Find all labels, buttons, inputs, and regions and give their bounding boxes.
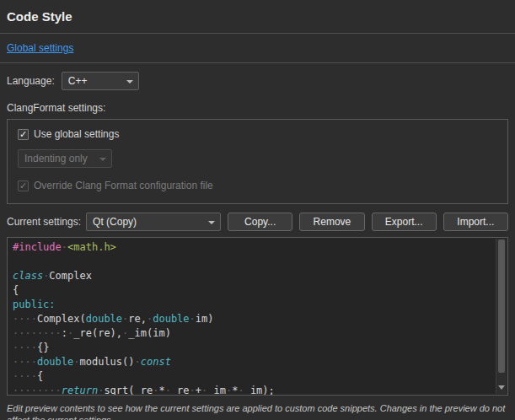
clangformat-groupbox: Use global settings Indenting only Overr…: [7, 119, 508, 204]
code-line: ····{: [13, 369, 496, 384]
triangle-down-icon: [498, 385, 505, 390]
vertical-scrollbar[interactable]: [496, 239, 507, 394]
chevron-down-icon: [208, 221, 215, 224]
code-line: ········return·sqrt(_re·*·_re·+·_im·*·_i…: [13, 384, 496, 395]
code-line: class·Complex: [13, 269, 496, 283]
code-preview-editor[interactable]: #include·<math.h> class·Complex{public:·…: [7, 237, 508, 396]
scroll-down-button[interactable]: [496, 382, 507, 393]
code-line: ····double·modulus()·const: [13, 355, 496, 369]
export-button[interactable]: Export...: [372, 213, 437, 231]
indenting-mode-value: Indenting only: [24, 153, 88, 164]
indenting-mode-select: Indenting only: [18, 149, 112, 168]
separator: [0, 33, 515, 34]
language-label: Language:: [7, 75, 55, 87]
separator: [0, 62, 515, 63]
checkbox-icon: [18, 129, 29, 140]
current-settings-select[interactable]: Qt (Copy): [86, 213, 221, 231]
code-line: ····{}: [13, 341, 496, 355]
use-global-settings-label: Use global settings: [34, 128, 119, 140]
chevron-down-icon: [126, 80, 133, 83]
checkbox-icon: [18, 180, 29, 191]
language-row: Language: C++: [7, 72, 508, 90]
current-settings-label: Current settings:: [7, 216, 81, 228]
code-line: {: [13, 283, 496, 298]
use-global-settings-checkbox[interactable]: Use global settings: [18, 128, 497, 140]
current-settings-row: Current settings: Qt (Copy) Copy... Remo…: [7, 213, 508, 231]
language-select-value: C++: [68, 75, 88, 87]
code-line: public:: [13, 298, 496, 312]
code-line: #include·<math.h>: [13, 240, 496, 255]
import-button[interactable]: Import...: [443, 213, 508, 231]
current-settings-value: Qt (Copy): [93, 216, 137, 228]
code-line: [13, 255, 496, 269]
language-select[interactable]: C++: [62, 72, 139, 90]
footer-note: Edit preview contents to see how the cur…: [7, 402, 508, 420]
clangformat-settings-label: ClangFormat settings:: [7, 102, 508, 114]
override-clangformat-checkbox: Override Clang Format configuration file: [18, 180, 497, 191]
code-line: ····Complex(double·re,·double·im): [13, 312, 496, 326]
copy-button[interactable]: Copy...: [228, 213, 292, 231]
scrollbar-thumb[interactable]: [498, 240, 505, 373]
code-editor-content[interactable]: #include·<math.h> class·Complex{public:·…: [8, 238, 496, 395]
page-title: Code Style: [7, 8, 508, 25]
global-settings-link[interactable]: Global settings: [7, 42, 73, 54]
chevron-down-icon: [99, 158, 106, 161]
remove-button[interactable]: Remove: [299, 213, 364, 231]
override-clangformat-label: Override Clang Format configuration file: [34, 180, 213, 191]
code-style-page: Code Style Global settings Language: C++…: [0, 0, 515, 420]
code-line: ········:·_re(re),·_im(im): [13, 326, 496, 341]
